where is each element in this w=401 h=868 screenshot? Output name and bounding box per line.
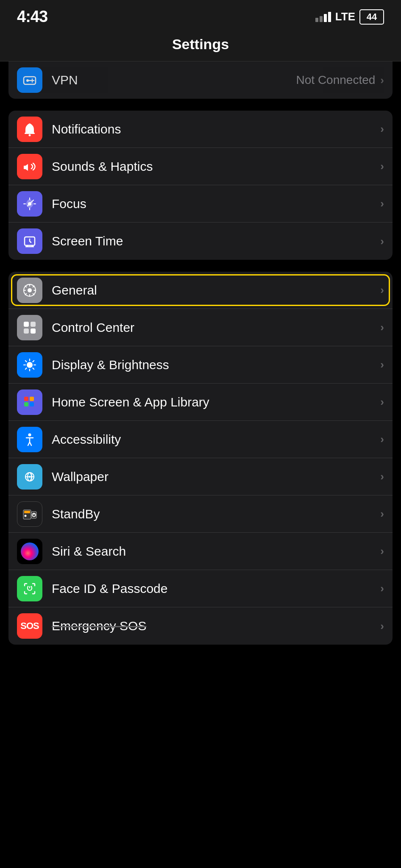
svg-rect-12 [24, 328, 29, 334]
siri-icon [17, 539, 42, 564]
settings-row-wallpaper[interactable]: Wallpaper › [8, 458, 393, 495]
settings-row-vpn[interactable]: VPN Not Connected › [8, 61, 393, 99]
navigation-bar: Settings [0, 30, 401, 61]
svg-point-31 [31, 586, 32, 587]
general-label: General [52, 283, 380, 298]
settings-row-controlcenter[interactable]: Control Center › [8, 309, 393, 346]
svg-point-23 [29, 476, 31, 478]
display-label: Display & Brightness [52, 358, 380, 372]
siri-chevron-icon: › [380, 545, 384, 558]
signal-bars-icon [315, 12, 331, 22]
siri-label: Siri & Search [52, 544, 380, 559]
general-icon [17, 278, 42, 303]
settings-group-1: Notifications › Sounds & Haptics › [8, 111, 393, 260]
focus-icon [17, 191, 42, 217]
notifications-label: Notifications [52, 122, 380, 136]
settings-group-2: General › Control Center › [8, 272, 393, 645]
notifications-icon [17, 117, 42, 142]
siri-gradient [21, 542, 39, 560]
homescreen-icon [17, 389, 42, 415]
notifications-chevron-icon: › [380, 122, 384, 136]
svg-rect-18 [30, 402, 34, 406]
faceid-chevron-icon: › [380, 582, 384, 595]
sounds-chevron-icon: › [380, 160, 384, 173]
homescreen-chevron-icon: › [380, 395, 384, 409]
svg-rect-25 [24, 511, 30, 513]
general-chevron-icon: › [380, 284, 384, 297]
emergency-label: Emergency SOS [52, 619, 380, 633]
accessibility-label: Accessibility [52, 432, 380, 447]
page-title: Settings [172, 36, 229, 52]
settings-row-homescreen[interactable]: Home Screen & App Library › [8, 384, 393, 421]
settings-group-partial: VPN Not Connected › [8, 61, 393, 99]
display-chevron-icon: › [380, 358, 384, 371]
settings-container: VPN Not Connected › Notifications › [0, 61, 401, 645]
homescreen-label: Home Screen & App Library [52, 395, 380, 409]
svg-point-30 [28, 586, 29, 587]
wallpaper-chevron-icon: › [380, 470, 384, 483]
svg-point-26 [25, 515, 27, 517]
battery-indicator: 44 [359, 9, 384, 25]
settings-row-sounds[interactable]: Sounds & Haptics › [8, 148, 393, 185]
settings-row-emergency[interactable]: SOS Emergency SOS › [8, 607, 393, 645]
settings-row-faceid[interactable]: Face ID & Passcode › [8, 570, 393, 607]
settings-row-siri[interactable]: Siri & Search › [8, 533, 393, 570]
svg-point-5 [29, 134, 31, 136]
svg-rect-15 [24, 397, 28, 401]
accessibility-chevron-icon: › [380, 433, 384, 446]
svg-rect-16 [30, 397, 34, 401]
status-right: LTE 44 [315, 9, 384, 25]
svg-rect-17 [24, 402, 28, 406]
emergency-sos-text: SOS [20, 620, 39, 632]
vpn-label: VPN [52, 73, 296, 87]
status-bar: 4:43 LTE 44 [0, 0, 401, 30]
standby-chevron-icon: › [380, 507, 384, 520]
focus-label: Focus [52, 197, 380, 211]
focus-chevron-icon: › [380, 197, 384, 210]
wallpaper-label: Wallpaper [52, 470, 380, 484]
settings-row-focus[interactable]: Focus › [8, 185, 393, 223]
settings-row-display[interactable]: Display & Brightness › [8, 346, 393, 384]
controlcenter-label: Control Center [52, 320, 380, 335]
vpn-icon [17, 67, 42, 93]
svg-point-19 [28, 433, 31, 436]
sounds-label: Sounds & Haptics [52, 159, 380, 174]
emergency-chevron-icon: › [380, 620, 384, 633]
svg-rect-4 [25, 133, 35, 134]
svg-rect-13 [31, 328, 36, 334]
svg-point-14 [27, 362, 33, 368]
svg-rect-11 [31, 322, 36, 327]
svg-point-6 [28, 202, 31, 206]
settings-row-notifications[interactable]: Notifications › [8, 111, 393, 148]
settings-row-screentime[interactable]: Screen Time › [8, 223, 393, 260]
lte-label: LTE [335, 10, 355, 23]
emergency-icon: SOS [17, 613, 42, 639]
controlcenter-icon [17, 315, 42, 340]
accessibility-icon [17, 427, 42, 452]
display-icon [17, 352, 42, 378]
status-time: 4:43 [17, 8, 47, 26]
screentime-label: Screen Time [52, 234, 380, 248]
controlcenter-chevron-icon: › [380, 321, 384, 334]
wallpaper-icon [17, 464, 42, 490]
faceid-label: Face ID & Passcode [52, 581, 380, 596]
settings-row-standby[interactable]: StandBy › [8, 495, 393, 533]
svg-point-9 [28, 288, 32, 292]
sounds-icon [17, 154, 42, 179]
vpn-chevron-icon: › [380, 74, 384, 87]
faceid-icon [17, 576, 42, 601]
standby-label: StandBy [52, 507, 380, 521]
standby-icon [17, 501, 42, 527]
screentime-chevron-icon: › [380, 235, 384, 248]
screentime-icon [17, 228, 42, 254]
vpn-value: Not Connected [296, 73, 376, 87]
svg-rect-10 [24, 322, 29, 327]
settings-row-accessibility[interactable]: Accessibility › [8, 421, 393, 458]
battery-level: 44 [359, 9, 384, 25]
settings-row-general[interactable]: General › [8, 272, 393, 309]
